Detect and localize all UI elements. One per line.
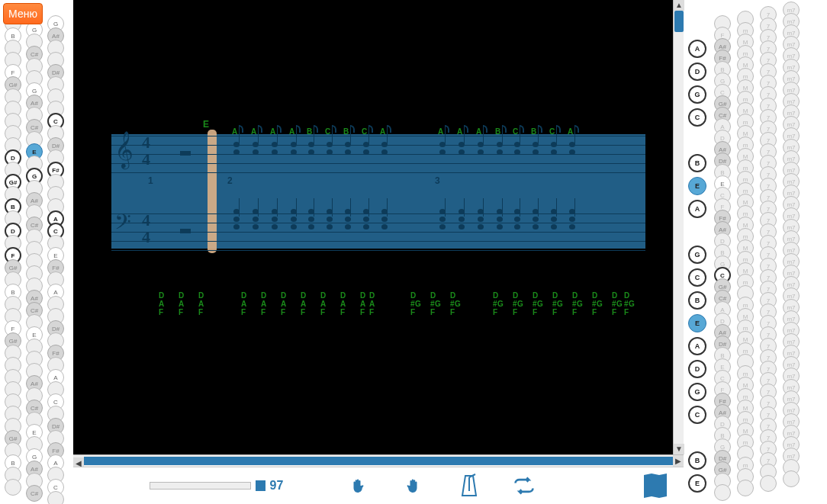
right-chord-key[interactable]: [760, 475, 777, 492]
tempo-value: 97: [270, 479, 284, 493]
bar-number: 1: [148, 175, 153, 186]
loop-toggle[interactable]: [513, 473, 536, 499]
right-chord-key[interactable]: [783, 470, 800, 487]
right-root-key[interactable]: E: [688, 474, 706, 493]
bar-number: 3: [435, 175, 440, 186]
chord-mark: A: [289, 127, 294, 136]
right-root-key[interactable]: C: [688, 406, 706, 424]
right-root-key[interactable]: G: [688, 246, 706, 264]
tab-column: D A F: [179, 291, 192, 316]
tab-column: D A F: [369, 291, 383, 316]
time-signature-bass: 4 4: [142, 212, 150, 246]
view-mode-button[interactable]: [644, 473, 667, 499]
tab-column: D #G F: [430, 291, 444, 316]
right-root-key[interactable]: C: [688, 108, 706, 127]
tab-column: D A F: [281, 291, 294, 316]
score-stage: E 𝄞 4 4 AAAABCBCAAAABCBCA 1 2 3: [73, 0, 684, 467]
bar-number: 2: [227, 175, 233, 186]
tab-column: D #G F: [450, 291, 464, 316]
tempo-slider[interactable]: [150, 482, 251, 490]
tab-column: D #G F: [493, 291, 507, 316]
chord-mark: B: [531, 127, 536, 136]
right-root-key[interactable]: A: [688, 200, 706, 218]
chord-mark: C: [325, 127, 330, 136]
time-signature: 4 4: [142, 134, 150, 168]
treble-staff: 𝄞 4 4 AAAABCBCAAAABCBCA: [111, 136, 645, 174]
left-key[interactable]: C#: [26, 485, 43, 502]
right-root-key[interactable]: A: [688, 337, 706, 355]
tab-column: D #G F: [533, 291, 546, 316]
right-root-key[interactable]: C: [688, 268, 706, 287]
menu-label: Меню: [8, 8, 37, 20]
chord-mark: B: [307, 127, 312, 136]
tab-column: D #G F: [624, 291, 638, 316]
left-hand-toggle[interactable]: [346, 473, 368, 499]
chord-mark: A: [438, 127, 443, 136]
left-key[interactable]: [47, 491, 64, 504]
bottom-toolbar: 97: [73, 467, 684, 504]
right-root-key[interactable]: E: [688, 177, 706, 195]
chord-tab-block: D A FD A FD A FD A FD A FD A FD A FD A F…: [111, 291, 645, 322]
key-indicator: E: [203, 119, 209, 130]
chord-mark: A: [232, 127, 237, 136]
chord-mark: A: [568, 127, 573, 136]
treble-clef-icon: 𝄞: [114, 131, 134, 168]
tab-column: D A F: [301, 291, 314, 316]
metronome-toggle[interactable]: [459, 473, 479, 499]
right-root-key[interactable]: D: [688, 360, 706, 378]
chord-mark: A: [476, 127, 481, 136]
tab-column: D #G F: [552, 291, 566, 316]
tab-column: D A F: [241, 291, 255, 316]
menu-button[interactable]: Меню: [3, 3, 43, 24]
tab-column: D A F: [198, 291, 212, 316]
tab-column: D #G F: [572, 291, 586, 316]
scroll-right-icon[interactable]: ▶: [673, 455, 684, 467]
chord-mark: B: [495, 127, 500, 136]
chord-mark: A: [251, 127, 256, 136]
tab-column: D #G F: [410, 291, 424, 316]
right-chord-key[interactable]: [714, 484, 731, 501]
right-hand-toggle[interactable]: [402, 473, 425, 499]
right-root-key[interactable]: G: [688, 85, 706, 104]
tab-column: D A F: [261, 291, 275, 316]
right-root-key[interactable]: D: [688, 63, 706, 81]
right-chord-key[interactable]: [737, 480, 754, 496]
scroll-thumb[interactable]: [674, 11, 684, 32]
chord-mark: A: [457, 127, 462, 136]
right-root-key[interactable]: E: [688, 314, 706, 332]
tab-column: D A F: [340, 291, 354, 316]
bass-clef-icon: 𝄢: [114, 210, 131, 240]
right-root-key[interactable]: B: [688, 291, 706, 310]
chord-mark: A: [270, 127, 275, 136]
right-root-key[interactable]: G: [688, 383, 706, 401]
left-bayan-keyboard[interactable]: FGGA#BC#D#FG#GA#CC#D#EDF#GG#A#BAC#CDEFF#…: [0, 0, 73, 504]
tempo-indicator-icon: [256, 480, 265, 491]
tab-column: D #G F: [592, 291, 606, 316]
right-chord-keyboard[interactable]: 7m7Fm7m7AA#M7m7F#m7m7DBM7m7Gm7m7GCM7m7G#…: [684, 0, 827, 504]
chord-mark: B: [343, 127, 349, 136]
chord-mark: C: [513, 127, 518, 136]
music-score[interactable]: E 𝄞 4 4 AAAABCBCAAAABCBCA 1 2 3: [111, 134, 645, 249]
right-root-key[interactable]: A: [688, 40, 706, 58]
right-root-key[interactable]: B: [688, 451, 706, 470]
tab-column: D A F: [320, 291, 334, 316]
left-key[interactable]: [5, 479, 21, 496]
right-root-key[interactable]: B: [688, 154, 706, 172]
bass-staff: 𝄢 4 4: [111, 213, 645, 252]
tab-column: D A F: [159, 291, 172, 316]
scroll-up-icon[interactable]: ▲: [674, 0, 684, 11]
scroll-track[interactable]: [84, 457, 673, 465]
chord-mark: C: [549, 127, 555, 136]
scroll-down-icon[interactable]: ▼: [674, 444, 684, 454]
horizontal-scrollbar[interactable]: ◀ ▶: [73, 454, 684, 467]
tab-column: D #G F: [513, 291, 526, 316]
chord-mark: C: [362, 127, 367, 136]
chord-mark: A: [380, 127, 385, 136]
vertical-scrollbar[interactable]: ▲ ▼: [673, 0, 684, 454]
